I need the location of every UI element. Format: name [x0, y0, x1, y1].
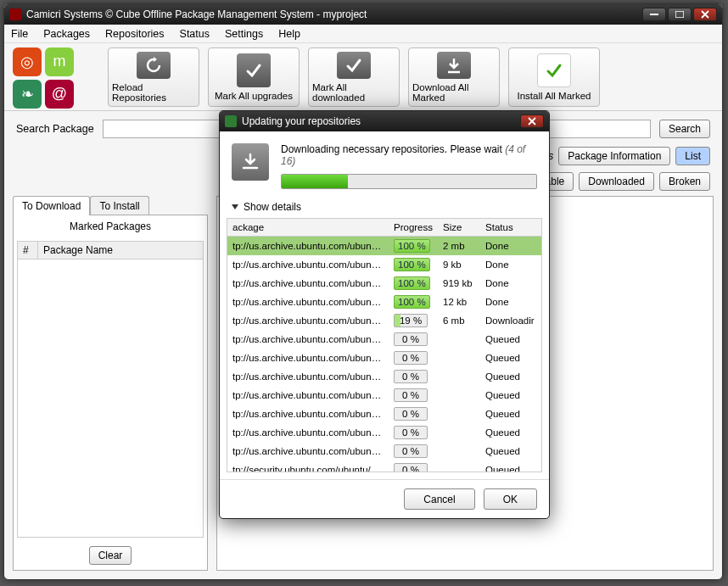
show-details-toggle[interactable]: Show details	[220, 201, 549, 218]
list-button[interactable]: List	[675, 147, 710, 165]
cell-status: Downloadir	[480, 311, 541, 330]
close-button[interactable]	[693, 8, 717, 21]
cell-package: tp://us.archive.ubuntu.com/ubuntu/dists/…	[227, 405, 389, 423]
clear-button[interactable]: Clear	[89, 546, 132, 565]
dialog-title: Updating your repositories	[242, 115, 361, 127]
reload-label: Reload Repositories	[112, 82, 195, 103]
cell-size	[438, 367, 480, 386]
menu-repositories[interactable]: Repositories	[105, 28, 164, 40]
mark-upg-button[interactable]: Mark All upgrades	[208, 47, 300, 107]
dl-marked-button[interactable]: Download All Marked	[408, 47, 500, 107]
menu-help[interactable]: Help	[278, 28, 300, 40]
cell-progress: 19 %	[389, 311, 438, 330]
check-icon	[237, 53, 271, 87]
cell-progress: 0 %	[389, 423, 438, 442]
leaf-icon: ❧	[13, 80, 42, 109]
download-row[interactable]: tp://us.archive.ubuntu.com/ubuntu/dists/…	[227, 330, 541, 349]
install-marked-button[interactable]: Install All Marked	[508, 47, 600, 107]
package-info-button[interactable]: Package Information	[558, 147, 670, 165]
cell-status: Done	[480, 274, 541, 293]
app-icon	[9, 8, 21, 20]
cell-package: tp://us.archive.ubuntu.com/ubuntu/dists/…	[227, 311, 389, 330]
svg-rect-1	[675, 11, 684, 18]
cell-package: tp://us.archive.ubuntu.com/ubuntu/dists/…	[227, 237, 389, 256]
cancel-button[interactable]: Cancel	[404, 488, 474, 510]
col-progress[interactable]: Progress	[389, 219, 438, 237]
window-title: Camicri Systems © Cube Offline Package M…	[26, 8, 367, 20]
dialog-icon	[225, 115, 237, 127]
download-row[interactable]: tp://us.archive.ubuntu.com/ubuntu/dists/…	[227, 293, 541, 311]
dialog-close-button[interactable]	[520, 114, 544, 128]
chevron-down-icon	[232, 204, 238, 209]
cell-progress: 0 %	[389, 330, 438, 349]
dialog-message: Downloading necessary repositories. Plea…	[281, 143, 537, 167]
download-row[interactable]: tp://us.archive.ubuntu.com/ubuntu/dists/…	[227, 405, 541, 423]
col-number[interactable]: #	[18, 242, 38, 259]
download-icon	[437, 52, 471, 79]
cell-progress: 0 %	[389, 405, 438, 423]
cell-progress: 0 %	[389, 460, 438, 472]
tab-to-install[interactable]: To Install	[90, 196, 148, 215]
col-status[interactable]: Status	[480, 219, 541, 237]
download-row[interactable]: tp://security.ubuntu.com/ubuntu/dists/pr…	[227, 460, 541, 472]
cell-package: tp://us.archive.ubuntu.com/ubuntu/dists/…	[227, 330, 389, 349]
menu-settings[interactable]: Settings	[225, 28, 263, 40]
download-row[interactable]: tp://us.archive.ubuntu.com/ubuntu/dists/…	[227, 423, 541, 442]
broken-button[interactable]: Broken	[659, 172, 710, 191]
cell-status: Queued	[480, 442, 541, 460]
dialog-titlebar[interactable]: Updating your repositories	[220, 111, 549, 131]
maximize-button[interactable]	[668, 8, 692, 21]
cell-status: Done	[480, 237, 541, 256]
check-green-icon	[537, 53, 571, 87]
download-row[interactable]: tp://us.archive.ubuntu.com/ubuntu/dists/…	[227, 442, 541, 460]
reload-button[interactable]: Reload Repositories	[108, 47, 199, 107]
col-package-name[interactable]: Package Name	[38, 242, 118, 259]
minimize-button[interactable]	[642, 8, 666, 21]
tab-to-download[interactable]: To Download	[13, 196, 90, 215]
col-size[interactable]: Size	[438, 219, 480, 237]
search-button[interactable]: Search	[659, 120, 710, 138]
col-package[interactable]: ackage	[227, 219, 389, 237]
downloaded-button[interactable]: Downloaded	[579, 172, 654, 191]
toolbar: ◎ m ❧ @ Reload RepositoriesMark All upgr…	[4, 43, 722, 111]
menu-status[interactable]: Status	[180, 28, 210, 40]
download-row[interactable]: tp://us.archive.ubuntu.com/ubuntu/dists/…	[227, 255, 541, 274]
ubuntu-icon: ◎	[13, 47, 42, 76]
cell-package: tp://us.archive.ubuntu.com/ubuntu/dists/…	[227, 255, 389, 274]
distro-logos: ◎ m ❧ @	[13, 47, 98, 107]
marked-packages-list[interactable]: # Package Name	[17, 241, 204, 538]
download-table[interactable]: ackage Progress Size Status tp://us.arch…	[227, 218, 542, 472]
reload-icon	[137, 52, 171, 79]
menubar: FilePackagesRepositoriesStatusSettingsHe…	[4, 25, 722, 43]
download-row[interactable]: tp://us.archive.ubuntu.com/ubuntu/dists/…	[227, 349, 541, 367]
cell-progress: 100 %	[389, 293, 438, 311]
download-row[interactable]: tp://us.archive.ubuntu.com/ubuntu/dists/…	[227, 311, 541, 330]
cell-status: Queued	[480, 423, 541, 442]
cell-progress: 0 %	[389, 349, 438, 367]
download-row[interactable]: tp://us.archive.ubuntu.com/ubuntu/dists/…	[227, 274, 541, 293]
download-row[interactable]: tp://us.archive.ubuntu.com/ubuntu/dists/…	[227, 367, 541, 386]
cell-size: 6 mb	[438, 311, 480, 330]
cell-size	[438, 386, 480, 405]
download-row[interactable]: tp://us.archive.ubuntu.com/ubuntu/dists/…	[227, 386, 541, 405]
cell-status: Queued	[480, 460, 541, 472]
ok-button[interactable]: OK	[484, 488, 537, 510]
dl-marked-label: Download All Marked	[412, 82, 496, 103]
cell-status: Queued	[480, 367, 541, 386]
install-marked-label: Install All Marked	[518, 91, 591, 101]
mark-upg-label: Mark All upgrades	[215, 91, 293, 101]
cell-progress: 0 %	[389, 367, 438, 386]
cell-progress: 100 %	[389, 255, 438, 274]
search-label: Search Package	[16, 123, 94, 135]
updating-dialog: Updating your repositories Downloading n…	[219, 110, 550, 519]
cell-progress: 100 %	[389, 274, 438, 293]
download-row[interactable]: tp://us.archive.ubuntu.com/ubuntu/dists/…	[227, 237, 541, 256]
mark-dl-button[interactable]: Mark All downloaded	[308, 47, 400, 107]
menu-packages[interactable]: Packages	[43, 28, 90, 40]
main-titlebar[interactable]: Camicri Systems © Cube Offline Package M…	[4, 4, 722, 25]
svg-rect-0	[650, 14, 658, 15]
debian-icon: @	[45, 80, 74, 109]
menu-file[interactable]: File	[11, 28, 28, 40]
mark-dl-label: Mark All downloaded	[312, 82, 395, 103]
cell-package: tp://us.archive.ubuntu.com/ubuntu/dists/…	[227, 442, 389, 460]
